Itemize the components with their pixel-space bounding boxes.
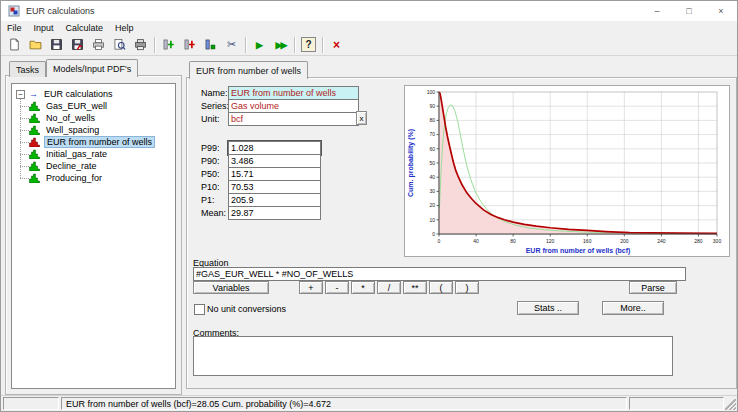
p99-label: P99: <box>201 143 220 153</box>
svg-text:40: 40 <box>429 174 435 180</box>
svg-text:0: 0 <box>432 231 435 237</box>
toolbar-separator <box>322 37 323 53</box>
p99-value[interactable] <box>228 141 321 155</box>
tree-item-eur-from-number-of-wells[interactable]: EUR from number of wells <box>29 136 155 148</box>
collapse-icon[interactable]: − <box>16 90 25 99</box>
insert-distribution-red-icon[interactable] <box>179 35 200 55</box>
tree-item-well-spacing[interactable]: Well_spacing <box>29 124 101 136</box>
tree-root[interactable]: − → EUR calculations <box>16 88 115 100</box>
run-icon[interactable]: ▶ <box>249 35 270 55</box>
minimize-button[interactable]: – <box>641 1 673 21</box>
app-window: EUR calculations – □ × File Input Calcul… <box>0 0 738 412</box>
svg-text:70: 70 <box>429 131 435 137</box>
page-setup-icon[interactable] <box>130 35 151 55</box>
title-bar: EUR calculations – □ × <box>1 1 737 21</box>
equation-input[interactable] <box>193 267 686 281</box>
toolbar: ✂ ▶ ▶▶ ? × <box>1 34 737 56</box>
cut-icon[interactable]: ✂ <box>221 35 242 55</box>
tab-eur-from-number-of-wells[interactable]: EUR from number of wells <box>189 61 308 79</box>
parse-button[interactable]: Parse <box>629 281 677 294</box>
close-button[interactable]: × <box>705 1 737 21</box>
tab-tasks[interactable]: Tasks <box>9 61 46 77</box>
paste-distribution-icon[interactable] <box>200 35 221 55</box>
exit-icon[interactable]: × <box>326 35 347 55</box>
operator-open-paren-button[interactable]: ( <box>429 281 453 294</box>
menu-calculate[interactable]: Calculate <box>60 23 110 33</box>
print-icon[interactable] <box>88 35 109 55</box>
p90-label: P90: <box>201 156 220 166</box>
p10-value[interactable] <box>228 180 321 194</box>
no-unit-conversions-label: No unit conversions <box>207 304 286 314</box>
no-unit-conversions-checkbox[interactable] <box>194 304 205 315</box>
p50-value[interactable] <box>228 167 321 181</box>
distribution-icon <box>29 173 40 183</box>
tab-models-input-pdfs[interactable]: Models/Input PDF's <box>46 59 138 77</box>
tree-item-initial-gas-rate[interactable]: Initial_gas_rate <box>29 148 109 160</box>
open-icon[interactable] <box>25 35 46 55</box>
print-preview-icon[interactable] <box>109 35 130 55</box>
toolbar-separator <box>294 37 295 53</box>
series-input[interactable] <box>228 99 359 113</box>
unit-input[interactable] <box>228 112 359 126</box>
save-icon[interactable] <box>46 35 67 55</box>
operator-multiply-button[interactable]: * <box>351 281 375 294</box>
run-all-icon[interactable]: ▶▶ <box>270 35 291 55</box>
variables-button[interactable]: Variables <box>193 281 269 294</box>
arrow-icon: → <box>29 89 38 99</box>
svg-text:280: 280 <box>694 238 703 244</box>
more-button[interactable]: More.. <box>602 301 664 315</box>
maximize-button[interactable]: □ <box>673 1 705 21</box>
comments-input[interactable] <box>193 336 673 376</box>
new-icon[interactable] <box>4 35 25 55</box>
svg-text:30: 30 <box>429 188 435 194</box>
name-label: Name: <box>201 88 228 98</box>
menu-file[interactable]: File <box>1 23 28 33</box>
menu-input[interactable]: Input <box>28 23 60 33</box>
help-icon[interactable]: ? <box>298 35 319 55</box>
unit-label: Unit: <box>201 114 220 124</box>
series-label: Series: <box>201 101 229 111</box>
status-cell-right <box>629 397 724 410</box>
p50-label: P50: <box>201 169 220 179</box>
toolbar-separator <box>154 37 155 53</box>
svg-text:300: 300 <box>713 238 722 244</box>
p10-label: P10: <box>201 182 220 192</box>
name-input[interactable] <box>228 86 359 100</box>
mean-value[interactable] <box>228 206 321 220</box>
distribution-icon <box>29 149 40 159</box>
tree-item-gas-eur-well[interactable]: Gas_EUR_well <box>29 100 109 112</box>
svg-text:120: 120 <box>546 238 555 244</box>
chart-plot-area: 0408012016020024028030001020304050607080… <box>405 86 729 256</box>
operator-close-paren-button[interactable]: ) <box>455 281 479 294</box>
operator-divide-button[interactable]: / <box>377 281 401 294</box>
status-message: EUR from number of wells (bcf)=28.05 Cum… <box>61 397 627 410</box>
probability-chart[interactable]: 0408012016020024028030001020304050607080… <box>404 85 730 257</box>
p1-value[interactable] <box>228 193 321 207</box>
svg-text:80: 80 <box>429 117 435 123</box>
svg-text:40: 40 <box>473 238 479 244</box>
tree-item-producing-for[interactable]: Producing_for <box>29 172 104 184</box>
svg-text:240: 240 <box>657 238 666 244</box>
svg-text:200: 200 <box>620 238 629 244</box>
p90-value[interactable] <box>228 154 321 168</box>
save-modified-icon[interactable] <box>67 35 88 55</box>
svg-text:Cum. probability (%): Cum. probability (%) <box>407 129 415 197</box>
tree-item-no-of-wells[interactable]: No_of_wells <box>29 112 97 124</box>
svg-text:80: 80 <box>510 238 516 244</box>
menu-help[interactable]: Help <box>109 23 140 33</box>
operator-minus-button[interactable]: - <box>325 281 349 294</box>
app-icon <box>8 5 20 17</box>
unit-clear-button[interactable]: x <box>356 111 367 125</box>
model-tree: − → EUR calculations Gas_EUR_well No_of_… <box>11 83 176 389</box>
operator-power-button[interactable]: ** <box>403 281 427 294</box>
tree-item-decline-rate[interactable]: Decline_rate <box>29 160 99 172</box>
resize-grip[interactable] <box>725 399 736 410</box>
status-cell-left <box>3 397 59 410</box>
operator-plus-button[interactable]: + <box>299 281 323 294</box>
insert-distribution-green-icon[interactable] <box>158 35 179 55</box>
mean-label: Mean: <box>201 208 226 218</box>
distribution-icon <box>29 113 40 123</box>
stats-button[interactable]: Stats .. <box>517 301 579 315</box>
svg-text:0: 0 <box>438 238 441 244</box>
svg-text:90: 90 <box>429 103 435 109</box>
